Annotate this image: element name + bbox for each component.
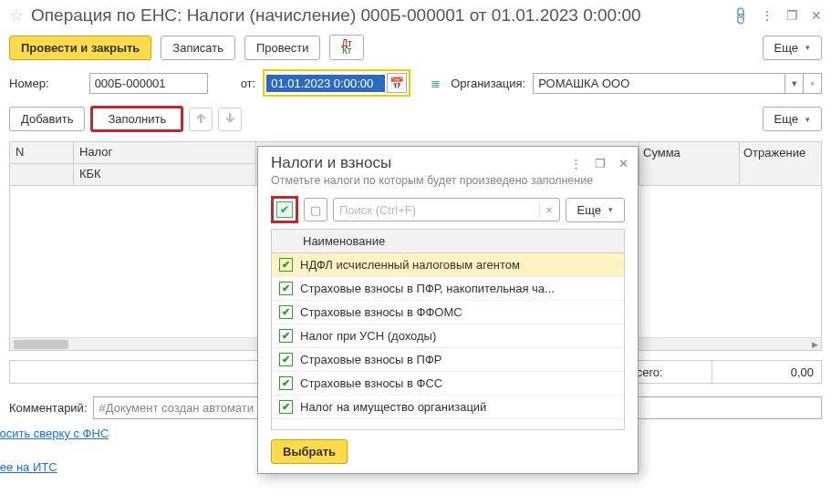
popup-list-item[interactable]: ✔Страховые взносы в ФСС	[272, 372, 624, 396]
col-sum: Сумма	[639, 142, 739, 185]
check-all-icon: ✔	[276, 201, 293, 218]
number-input[interactable]: 000Б-000001	[89, 73, 208, 94]
popup-title: Налоги и взносы	[271, 154, 391, 172]
popup-list-header: Наименование	[272, 230, 624, 253]
from-label: от:	[241, 77, 256, 90]
checkbox-icon[interactable]: ✔	[279, 305, 293, 319]
checkbox-icon[interactable]: ✔	[279, 282, 293, 295]
more-button[interactable]: Еще	[763, 36, 822, 60]
popup-item-label: Налог при УСН (доходы)	[300, 329, 617, 343]
popup-item-label: Страховые взносы в ФСС	[300, 376, 617, 390]
popup-close-icon[interactable]: ✕	[618, 157, 628, 170]
col-kbk: КБК	[74, 164, 255, 185]
popup-more-button[interactable]: Еще	[566, 198, 625, 222]
checkbox-icon[interactable]: ✔	[279, 353, 293, 366]
window-restore-icon[interactable]: ❐	[786, 8, 798, 23]
checkbox-icon[interactable]: ✔	[279, 258, 293, 272]
date-field-highlight: 01.01.2023 0:00:00 📅	[263, 69, 410, 97]
check-all-button[interactable]: ✔	[271, 196, 298, 223]
popup-item-label: Страховые взносы в ПФР	[300, 353, 617, 366]
popup-list-item[interactable]: ✔Страховые взносы в ПФР	[272, 348, 624, 372]
list-icon[interactable]	[431, 77, 443, 89]
popup-item-label: Страховые взносы в ФФОМС	[300, 305, 617, 319]
popup-item-label: НДФЛ исчисленный налоговым агентом	[300, 258, 617, 272]
checkbox-icon[interactable]: ✔	[279, 376, 293, 390]
comment-label: Комментарий:	[9, 401, 88, 415]
popup-list-item[interactable]: ✔НДФЛ исчисленный налоговым агентом	[272, 253, 624, 277]
search-clear-icon[interactable]: ×	[539, 203, 559, 217]
popup-list-item[interactable]: ✔Страховые взносы в ФФОМС	[272, 301, 624, 324]
popup-subtitle: Отметьте налоги по которым будет произве…	[258, 174, 638, 192]
post-button[interactable]: Провести	[244, 36, 321, 60]
close-icon[interactable]: ✕	[811, 8, 822, 23]
org-open-icon[interactable]: ▫	[804, 73, 822, 94]
link-icon[interactable]: 🔗	[730, 5, 751, 26]
popup-item-label: Налог на имущество организаций	[300, 400, 617, 414]
date-input[interactable]: 01.01.2023 0:00:00	[266, 75, 385, 92]
uncheck-all-button[interactable]: ▢	[304, 198, 327, 221]
sub-more-button[interactable]: Еще	[763, 107, 822, 131]
window-title: Операция по ЕНС: Налоги (начисление) 000…	[31, 5, 725, 26]
popup-list-item[interactable]: ✔Налог на имущество организаций	[272, 396, 624, 419]
kebab-menu-icon[interactable]: ⋮	[761, 8, 774, 23]
move-up-icon[interactable]: 🡩	[189, 108, 213, 131]
fns-link[interactable]: апросить сверку с ФНС	[0, 427, 109, 440]
popup-item-label: Страховые взносы в ПФР, накопительная ча…	[300, 282, 617, 295]
calendar-icon[interactable]: 📅	[387, 73, 407, 93]
its-link[interactable]: обнее на ИТС	[0, 460, 57, 474]
select-button[interactable]: Выбрать	[271, 439, 348, 464]
popup-list-item[interactable]: ✔Налог при УСН (доходы)	[272, 324, 624, 348]
col-tax: Налог	[74, 142, 255, 164]
taxes-popup: Налоги и взносы ⋮ ❐ ✕ Отметьте налоги по…	[257, 146, 639, 474]
popup-kebab-icon[interactable]: ⋮	[570, 157, 582, 170]
checkbox-icon[interactable]: ✔	[279, 400, 293, 414]
move-down-icon[interactable]: 🡫	[218, 108, 242, 131]
popup-search-input[interactable]	[334, 203, 539, 217]
checkbox-icon[interactable]: ✔	[279, 329, 293, 343]
favorite-star-icon[interactable]: ☆	[9, 5, 24, 26]
popup-list-item[interactable]: ✔Страховые взносы в ПФР, накопительная ч…	[272, 277, 624, 301]
add-button[interactable]: Добавить	[9, 107, 85, 131]
total-value: 0,00	[712, 361, 821, 383]
dtkt-button[interactable]: ДтКт	[329, 35, 363, 60]
col-n: N	[10, 142, 73, 164]
popup-restore-icon[interactable]: ❐	[595, 157, 606, 170]
org-label: Организация:	[451, 77, 525, 90]
write-button[interactable]: Записать	[161, 36, 235, 60]
post-and-close-button[interactable]: Провести и закрыть	[9, 36, 151, 60]
number-label: Номер:	[9, 77, 49, 90]
org-input[interactable]: РОМАШКА ООО	[533, 73, 785, 94]
col-refl: Отражение	[739, 142, 821, 185]
org-dropdown-icon[interactable]: ▾	[785, 73, 804, 94]
fill-button[interactable]: Заполнить	[90, 106, 183, 132]
